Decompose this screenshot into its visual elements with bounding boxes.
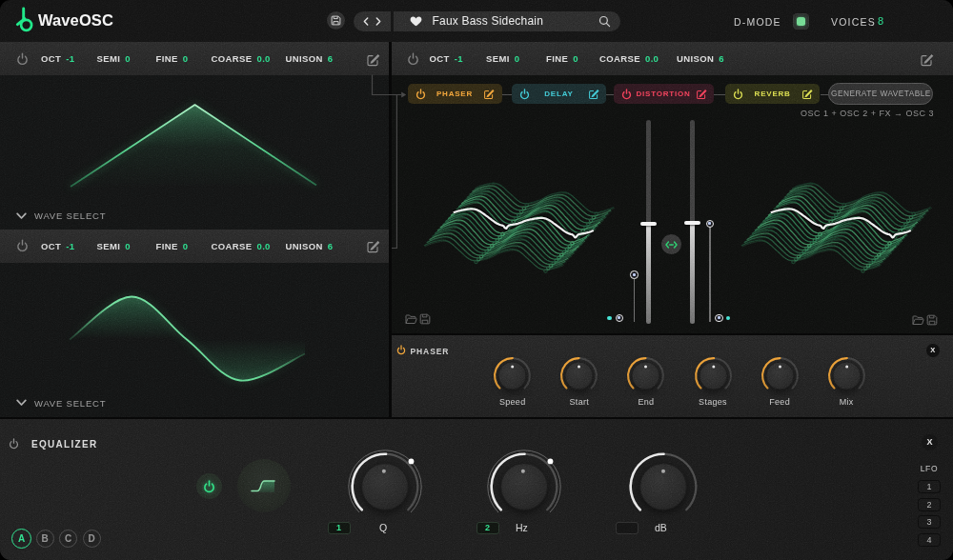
osc1-wave-select-label: WAVE SELECT bbox=[34, 210, 106, 221]
eq-hz-label: Hz bbox=[516, 522, 528, 533]
preset-slot-c-button[interactable]: C bbox=[59, 530, 77, 548]
osc1-coarse-value[interactable]: 0.0 bbox=[257, 53, 271, 64]
chevron-left-icon[interactable] bbox=[363, 17, 369, 26]
osc2-header: OCT-1 SEMI0 FINE0 COARSE0.0 UNISON6 bbox=[0, 230, 389, 263]
morph-fader-1-track[interactable] bbox=[646, 120, 651, 224]
osc2-semi-value[interactable]: 0 bbox=[125, 241, 131, 251]
morph-fader-2-handle[interactable] bbox=[684, 221, 700, 225]
morph-fader-2-fill[interactable] bbox=[690, 223, 695, 325]
osc3-unison-value[interactable]: 6 bbox=[719, 53, 724, 64]
lfo-slot-2-button[interactable]: 2 bbox=[918, 498, 941, 511]
osc3-edit-icon[interactable] bbox=[920, 52, 934, 67]
phaser-panel-power-icon[interactable] bbox=[396, 345, 406, 355]
morph-fader-1-fill[interactable] bbox=[646, 224, 651, 325]
wt-right-mini-knob[interactable] bbox=[715, 314, 723, 323]
osc1-triangle-wave bbox=[0, 75, 389, 229]
mod-slider-2-track[interactable] bbox=[709, 224, 710, 322]
phaser-fx-panel: PHASER X Speed Start End Stages Feed Mix bbox=[392, 335, 953, 417]
mod-slider-1-track[interactable] bbox=[634, 275, 635, 323]
morph-link-button[interactable] bbox=[661, 234, 681, 254]
eq-panel-close-button[interactable]: X bbox=[922, 434, 938, 450]
osc2-fine-value[interactable]: 0 bbox=[183, 241, 189, 251]
eq-knob-q[interactable] bbox=[347, 449, 423, 525]
wavetable-area: PHASER DELAY DISTORTION REVERB GENERATE … bbox=[392, 75, 953, 333]
phaser-knob-start[interactable]: Start bbox=[558, 355, 599, 407]
osc3-power-icon[interactable] bbox=[407, 52, 419, 66]
wt-left-position-dot bbox=[607, 316, 612, 321]
d-mode-toggle[interactable] bbox=[793, 13, 809, 30]
phaser-knob-mix[interactable]: Mix bbox=[826, 355, 867, 407]
phaser-knob-end-label: End bbox=[638, 397, 654, 407]
chevron-right-icon[interactable] bbox=[375, 17, 381, 26]
phaser-knob-speed[interactable]: Speed bbox=[492, 355, 533, 407]
preset-slot-a-button[interactable]: A bbox=[11, 529, 31, 549]
phaser-knob-stages[interactable]: Stages bbox=[693, 355, 734, 407]
osc3-unison-label: UNISON bbox=[677, 53, 714, 64]
osc3-fine-value[interactable]: 0 bbox=[573, 53, 578, 64]
osc3-oct-value[interactable]: -1 bbox=[455, 53, 463, 64]
osc2-coarse-label: COARSE bbox=[212, 241, 253, 251]
eq-db-value-box[interactable] bbox=[616, 522, 639, 534]
lfo-slot-1-button[interactable]: 1 bbox=[918, 480, 941, 493]
wavetable-3d-views[interactable] bbox=[392, 75, 953, 333]
osc1-semi-value[interactable]: 0 bbox=[125, 53, 131, 64]
osc3-coarse-value[interactable]: 0.0 bbox=[645, 53, 659, 64]
osc2-oct-value[interactable]: -1 bbox=[66, 241, 74, 251]
phaser-panel-close-button[interactable]: X bbox=[926, 344, 940, 357]
eq-panel-power-icon[interactable] bbox=[9, 438, 19, 450]
voices-value[interactable]: 8 bbox=[878, 15, 883, 27]
wt-left-mini-knob[interactable] bbox=[616, 314, 624, 323]
osc1-wave-display[interactable]: WAVE SELECT bbox=[0, 75, 389, 230]
heart-icon[interactable] bbox=[410, 16, 422, 27]
osc2-coarse-value[interactable]: 0.0 bbox=[257, 241, 271, 251]
osc2-semi-label: SEMI bbox=[97, 241, 121, 251]
eq-power-button[interactable] bbox=[196, 473, 222, 499]
osc3-semi-value[interactable]: 0 bbox=[515, 53, 520, 64]
search-icon[interactable] bbox=[598, 15, 611, 28]
lfo-slot-4-button[interactable]: 4 bbox=[918, 533, 941, 547]
osc2-unison-param: UNISON6 bbox=[286, 230, 334, 263]
osc1-oct-param: OCT-1 bbox=[41, 42, 74, 75]
phaser-panel-title: PHASER bbox=[411, 347, 450, 356]
mod-slider-2-handle[interactable] bbox=[706, 220, 715, 229]
chevron-down-icon bbox=[16, 399, 27, 407]
preset-selector[interactable]: Faux Bass Sidechain bbox=[394, 11, 620, 31]
lfo-slot-3-button[interactable]: 3 bbox=[918, 515, 941, 529]
eq-filter-type-button[interactable] bbox=[237, 459, 291, 512]
osc3-oct-label: OCT bbox=[430, 53, 450, 64]
morph-fader-1-handle[interactable] bbox=[640, 222, 657, 226]
wt-left-save-icon[interactable] bbox=[419, 313, 431, 325]
osc1-wave-select[interactable]: WAVE SELECT bbox=[16, 210, 106, 221]
eq-knob-db[interactable] bbox=[625, 449, 701, 525]
osc1-oct-value[interactable]: -1 bbox=[66, 53, 74, 64]
osc1-fine-param: FINE0 bbox=[156, 42, 189, 75]
eq-q-value-box[interactable]: 1 bbox=[328, 522, 351, 534]
wt-left-open-icon[interactable] bbox=[405, 314, 417, 325]
osc1-fine-value[interactable]: 0 bbox=[183, 53, 189, 64]
phaser-knob-mix-label: Mix bbox=[840, 397, 854, 407]
osc1-edit-icon[interactable] bbox=[366, 52, 380, 67]
phaser-knob-end[interactable]: End bbox=[625, 355, 666, 407]
osc3-semi-param: SEMI0 bbox=[486, 42, 519, 75]
osc2-wave-display[interactable]: WAVE SELECT bbox=[0, 263, 389, 418]
mini-knob-dot bbox=[718, 316, 720, 319]
eq-hz-value-box[interactable]: 2 bbox=[476, 522, 499, 534]
app-title: WaveOSC bbox=[38, 11, 113, 30]
osc2-wave-select[interactable]: WAVE SELECT bbox=[16, 398, 106, 409]
osc1-unison-param: UNISON6 bbox=[286, 42, 334, 75]
eq-knob-hz[interactable] bbox=[486, 449, 562, 525]
save-preset-button[interactable] bbox=[327, 11, 345, 30]
preset-nav bbox=[354, 11, 391, 31]
phaser-knob-feed[interactable]: Feed bbox=[760, 355, 801, 407]
morph-fader-2-track[interactable] bbox=[690, 120, 695, 223]
wt-right-open-icon[interactable] bbox=[912, 315, 924, 326]
wt-right-save-icon[interactable] bbox=[926, 314, 938, 326]
preset-slot-b-button[interactable]: B bbox=[36, 530, 54, 548]
preset-slot-d-button[interactable]: D bbox=[83, 530, 101, 548]
osc1-unison-value[interactable]: 6 bbox=[328, 53, 334, 64]
osc2-edit-icon[interactable] bbox=[366, 240, 380, 254]
osc2-power-icon[interactable] bbox=[16, 239, 29, 252]
mod-slider-1-handle[interactable] bbox=[630, 270, 639, 279]
osc1-power-icon[interactable] bbox=[16, 52, 29, 66]
osc2-unison-value[interactable]: 6 bbox=[328, 241, 334, 251]
